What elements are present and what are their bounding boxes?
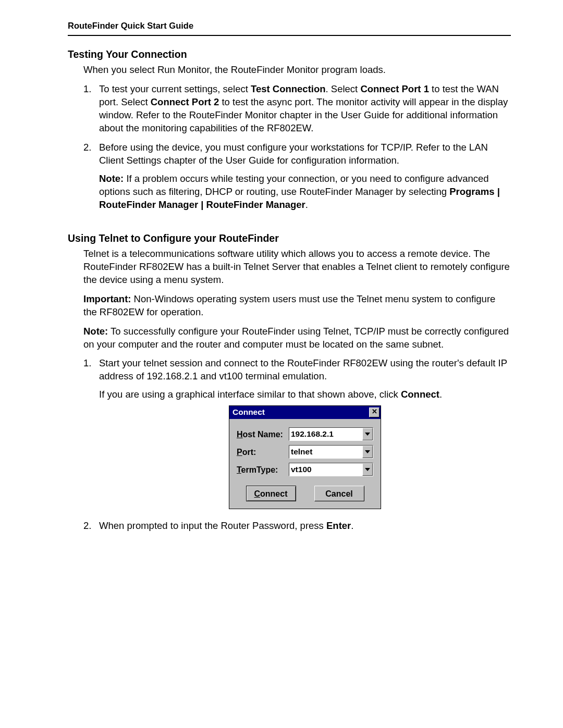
section1-intro: When you select Run Monitor, the RouteFi… [83, 64, 511, 77]
section2-item-1-b: If you are using a graphical interface s… [99, 388, 511, 401]
section2-p2: Important: Non-Windows operating system … [83, 293, 511, 319]
section-heading-telnet: Using Telnet to Configure your RouteFind… [68, 232, 511, 244]
text: Non-Windows operating system users must … [83, 293, 495, 317]
dialog-titlebar[interactable]: Connect ✕ [229, 406, 381, 419]
termtype-label: TermType: [237, 464, 289, 476]
list-number: 2. [83, 520, 91, 533]
section2-p1: Telnet is a telecommunications software … [83, 248, 511, 287]
text: If you are using a graphical interface s… [99, 389, 401, 400]
host-name-dropdown-button[interactable] [362, 428, 373, 440]
bold: Enter [326, 520, 351, 531]
text: Before using the device, you must config… [99, 142, 488, 166]
bold: Test Connection [251, 83, 326, 94]
bold: Connect [401, 389, 439, 400]
section2-list: 1. Start your telnet session and connect… [83, 357, 511, 533]
host-name-label: Host Name: [237, 429, 289, 440]
bold: Important: [83, 293, 131, 304]
list-number: 2. [83, 141, 91, 154]
cancel-button[interactable]: Cancel [314, 486, 364, 501]
bold: Note: [83, 326, 108, 337]
host-name-value: 192.168.2.1 [289, 429, 362, 440]
close-button[interactable]: ✕ [369, 408, 380, 417]
termtype-combo[interactable]: vt100 [289, 463, 373, 476]
chevron-down-icon [365, 433, 370, 436]
port-dropdown-button[interactable] [362, 446, 373, 458]
bold: Note: [99, 173, 124, 184]
text: To test your current settings, select [99, 83, 251, 94]
header-rule [68, 35, 511, 36]
section1-item-2: 2. Before using the device, you must con… [83, 141, 511, 212]
termtype-value: vt100 [289, 464, 362, 475]
section1-item-2-note: Note: If a problem occurs while testing … [99, 172, 511, 212]
section2-p3: Note: To successfully configure your Rou… [83, 325, 511, 351]
section1-item-1: 1. To test your current settings, select… [83, 83, 511, 135]
text: . [351, 520, 353, 531]
port-value: telnet [289, 447, 362, 458]
list-number: 1. [83, 357, 91, 370]
section2-item-2: 2. When prompted to input the Router Pas… [83, 520, 511, 533]
section-heading-testing: Testing Your Connection [68, 48, 511, 60]
text: Start your telnet session and connect to… [99, 357, 507, 381]
text: . [439, 389, 442, 400]
section1-list: 1. To test your current settings, select… [83, 83, 511, 212]
close-icon: ✕ [372, 408, 377, 415]
section2-item-1: 1. Start your telnet session and connect… [83, 357, 511, 509]
dialog-title: Connect [232, 407, 265, 418]
text: When prompted to input the Router Passwo… [99, 520, 326, 531]
connect-dialog: Connect ✕ Host Name: 192.168.2.1 [229, 405, 381, 509]
bold: Connect Port 1 [360, 83, 429, 94]
port-label: Port: [237, 447, 289, 458]
port-combo[interactable]: telnet [289, 445, 373, 459]
bold: Connect Port 2 [151, 96, 219, 107]
page-header-title: RouteFinder Quick Start Guide [68, 21, 511, 31]
chevron-down-icon [365, 468, 370, 471]
list-number: 1. [83, 83, 91, 96]
termtype-dropdown-button[interactable] [362, 463, 373, 476]
connect-button[interactable]: Connect [246, 486, 296, 501]
text: If a problem occurs while testing your c… [99, 173, 489, 197]
dialog-body: Host Name: 192.168.2.1 Port: telnet [229, 419, 381, 509]
text: To successfully configure your RouteFind… [83, 326, 509, 350]
host-name-combo[interactable]: 192.168.2.1 [289, 427, 373, 441]
chevron-down-icon [365, 450, 370, 453]
text: . Select [326, 83, 361, 94]
text: . [305, 199, 308, 210]
